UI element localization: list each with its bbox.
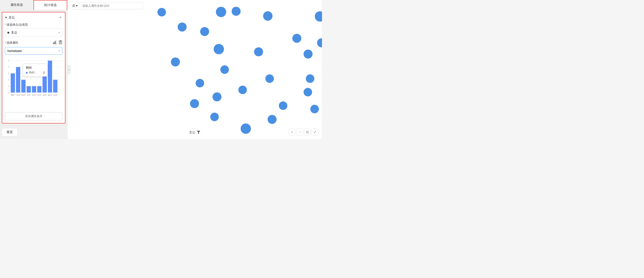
svg-rect-28 [42,73,47,93]
graph-node[interactable] [210,113,219,121]
svg-text:2: 2 [8,78,9,81]
filter-card-header: 主公 × [5,15,62,20]
svg-rect-23 [16,67,20,92]
type-select-chevron-icon: ▾ [58,31,60,34]
type-required-star: * [5,23,6,26]
graph-node[interactable] [158,8,166,17]
svg-text:3: 3 [8,72,9,75]
attr-field-label: *选择属性 [5,41,18,45]
graph-node[interactable] [220,65,229,74]
svg-text:4: 4 [8,66,9,68]
svg-text:青州: 青州 [27,94,31,96]
graph-node[interactable] [310,105,319,113]
svg-rect-30 [53,80,57,93]
svg-rect-1 [54,42,55,44]
tab-stat-filter[interactable]: 统计筛选 [34,0,68,10]
top-search: 点 ▾ [70,2,143,10]
legend-label: 主公 [189,130,196,134]
attr-select-chevron-icon: ▾ [58,49,60,53]
type-field-label: *请选择点/边类型 [5,23,62,27]
graph-node[interactable] [178,23,187,32]
svg-rect-27 [37,86,42,92]
svg-text:兖州: 兖州 [32,94,36,96]
graph-node[interactable] [196,79,204,87]
reset-button[interactable]: 重置 [2,128,18,136]
zoom-in-button[interactable]: + [289,129,296,135]
svg-text:扬州: 扬州 [43,94,47,96]
type-select-left: 主公 [8,31,17,35]
bar-chart: 5 4 3 2 1 0 [5,58,62,98]
bottom-right-controls: + − ⊡ ⤢ [289,129,318,135]
graph-legend: 主公 [189,130,200,134]
svg-rect-4 [60,40,61,41]
collapse-handle-button[interactable]: ‹ [68,65,70,74]
graph-node[interactable] [306,74,314,83]
graph-node[interactable] [214,44,224,54]
graph-node[interactable] [254,47,263,56]
filter-card-title-text: 主公 [8,16,15,20]
search-input[interactable] [80,2,143,9]
graph-node[interactable] [232,7,240,16]
fit-button[interactable]: ⊡ [304,129,311,135]
chart-area: 5 4 3 2 1 0 [5,57,62,110]
graph-node[interactable] [304,88,312,96]
svg-text:0: 0 [8,91,9,94]
attr-required-star: * [5,41,6,44]
graph-node[interactable] [315,11,322,22]
graph-node[interactable] [279,101,287,110]
graph-node[interactable] [268,115,276,124]
graph-node[interactable] [171,57,180,66]
graph-node[interactable] [216,7,226,17]
svg-rect-25 [26,86,31,92]
graph-node[interactable] [292,34,301,43]
tab-bar: 属性筛选 统计筛选 [0,0,67,10]
graph-node[interactable] [317,38,322,47]
delete-icon[interactable] [59,40,62,45]
graph-node[interactable] [265,74,274,83]
svg-text:5: 5 [8,59,9,62]
attr-icons [53,40,62,45]
graph-node[interactable] [190,99,199,108]
graph-node[interactable] [304,50,312,59]
svg-rect-24 [21,80,26,93]
graph-node[interactable] [212,92,222,101]
svg-text:幽州: 幽州 [11,94,15,96]
svg-text:司州: 司州 [16,94,20,96]
svg-text:荆州: 荆州 [21,94,26,96]
svg-text:井州: 井州 [37,94,41,96]
tab-attr-filter[interactable]: 属性筛选 [0,0,34,10]
type-select[interactable]: 主公 ▾ [5,29,62,37]
graph-node[interactable] [240,123,251,134]
search-type-chevron-icon: ▾ [76,4,78,8]
collapse-triangle-icon[interactable] [5,17,7,19]
filter-card: 主公 × *请选择点/边类型 主公 ▾ *选择属性 [2,12,66,123]
svg-rect-0 [53,42,54,44]
search-type-label: 点 [72,4,75,8]
right-panel: 点 ▾ ‹ 主公 + − ⊡ ⤢ [68,0,322,139]
attr-select[interactable]: hometown ▾ [5,47,62,55]
type-select-value: 主公 [11,31,17,35]
left-panel: 属性筛选 统计筛选 主公 × *请选择点/边类型 主公 ▾ *选择 [0,0,68,139]
svg-text:1: 1 [8,85,9,87]
search-type-button[interactable]: 点 ▾ [70,2,80,10]
attr-select-value: hometown [8,49,22,53]
chart-icon[interactable] [53,41,57,45]
zoom-out-button[interactable]: − [296,129,303,135]
svg-rect-29 [48,61,52,93]
svg-rect-26 [32,86,36,92]
add-condition-button[interactable]: 添加属性条件 [5,112,62,120]
filter-card-title: 主公 [5,16,15,20]
svg-text:凉州: 凉州 [53,94,57,96]
graph-node[interactable] [263,11,272,21]
type-dot-icon [8,32,9,34]
legend-filter-icon [197,131,200,134]
attr-section: *选择属性 [5,40,62,45]
svg-rect-2 [55,41,56,44]
svg-marker-40 [197,131,200,134]
filter-card-close-button[interactable]: × [58,15,62,20]
graph-node[interactable] [238,86,247,94]
svg-rect-22 [11,73,15,93]
graph-node[interactable] [200,27,209,36]
svg-rect-3 [53,44,57,44]
fullscreen-button[interactable]: ⤢ [312,129,318,135]
